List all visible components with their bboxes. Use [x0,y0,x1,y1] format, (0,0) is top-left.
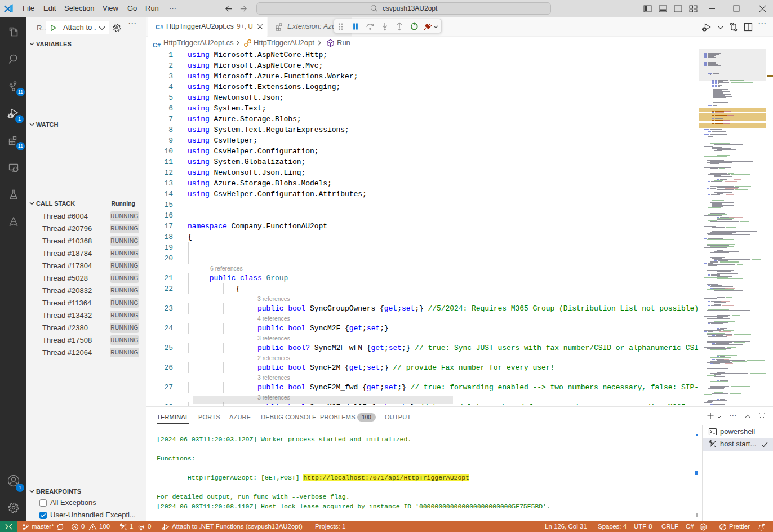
svg-text:@: @ [701,525,705,529]
